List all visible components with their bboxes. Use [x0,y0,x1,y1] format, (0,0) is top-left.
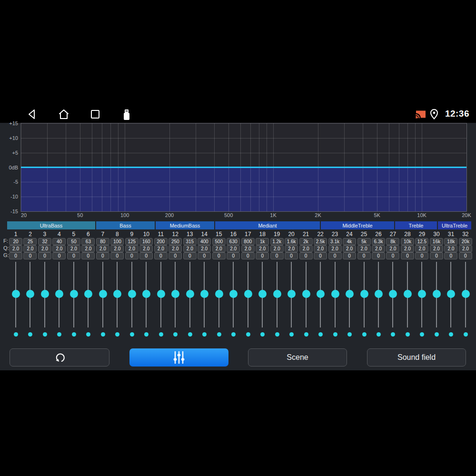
band-7-q-value[interactable]: 2.0 [96,245,109,252]
band-15-q-value[interactable]: 2.0 [212,245,226,252]
band-13-f-value[interactable]: 315 [183,238,197,245]
eq-button[interactable] [129,348,228,367]
band-30-g-value[interactable]: 0 [430,252,443,259]
band-1-g-value[interactable]: 0 [9,252,22,259]
band-13-q-value[interactable]: 2.0 [183,245,197,252]
band-9-g-value[interactable]: 0 [125,252,139,259]
band-31-f-value[interactable]: 18k [444,238,457,245]
band-25-slider-knob[interactable] [360,290,368,298]
band-27-q-value[interactable]: 2.0 [386,245,399,252]
band-17-slider-knob[interactable] [244,290,252,298]
band-6-f-value[interactable]: 63 [81,238,95,245]
band-26-q-value[interactable]: 2.0 [372,245,385,252]
band-8-g-value[interactable]: 0 [110,252,124,259]
band-31-g-value[interactable]: 0 [444,252,457,259]
recents-icon[interactable] [90,109,100,120]
band-20-f-value[interactable]: 1.6k [285,238,298,245]
band-30-f-value[interactable]: 16k [430,238,443,245]
band-18-g-value[interactable]: 0 [256,252,269,259]
band-2-q-value[interactable]: 2.0 [23,245,37,252]
band-4-slider-knob[interactable] [55,290,63,298]
band-28-g-value[interactable]: 0 [401,252,414,259]
band-9-q-value[interactable]: 2.0 [125,245,139,252]
band-21-f-value[interactable]: 2k [299,238,313,245]
band-19-f-value[interactable]: 1.2k [270,238,284,245]
band-3-f-value[interactable]: 32 [38,238,51,245]
band-1-slider-knob[interactable] [12,290,20,298]
band-7-f-value[interactable]: 80 [96,238,109,245]
band-4-g-value[interactable]: 0 [52,252,66,259]
band-8-slider-knob[interactable] [113,290,121,298]
band-29-slider-knob[interactable] [418,290,426,298]
band-15-slider-knob[interactable] [215,290,223,298]
band-3-q-value[interactable]: 2.0 [38,245,51,252]
band-1-f-value[interactable]: 20 [9,238,22,245]
band-27-f-value[interactable]: 8k [386,238,399,245]
band-12-g-value[interactable]: 0 [169,252,182,259]
band-11-q-value[interactable]: 2.0 [154,245,168,252]
band-29-f-value[interactable]: 12.5 [415,238,428,245]
back-icon[interactable] [27,109,37,120]
sound-field-button[interactable]: Sound field [367,348,466,367]
band-10-q-value[interactable]: 2.0 [139,245,153,252]
band-22-q-value[interactable]: 2.0 [314,245,327,252]
band-18-slider-knob[interactable] [258,290,267,298]
band-29-q-value[interactable]: 2.0 [415,245,428,252]
band-17-q-value[interactable]: 2.0 [241,245,255,252]
band-31-q-value[interactable]: 2.0 [444,245,457,252]
band-13-g-value[interactable]: 0 [183,252,197,259]
location-icon[interactable] [429,109,439,120]
band-10-f-value[interactable]: 160 [139,238,153,245]
band-27-g-value[interactable]: 0 [386,252,399,259]
band-1-q-value[interactable]: 2.0 [9,245,22,252]
band-28-q-value[interactable]: 2.0 [401,245,414,252]
band-30-q-value[interactable]: 2.0 [430,245,443,252]
band-11-f-value[interactable]: 200 [154,238,168,245]
band-24-g-value[interactable]: 0 [343,252,356,259]
band-27-slider-knob[interactable] [389,290,397,298]
band-6-g-value[interactable]: 0 [81,252,95,259]
band-23-g-value[interactable]: 0 [328,252,342,259]
band-18-f-value[interactable]: 1k [256,238,269,245]
band-32-q-value[interactable]: 2.0 [459,245,472,252]
band-2-g-value[interactable]: 0 [23,252,37,259]
band-10-g-value[interactable]: 0 [139,252,153,259]
band-4-f-value[interactable]: 40 [52,238,66,245]
band-23-q-value[interactable]: 2.0 [328,245,342,252]
band-14-slider-knob[interactable] [200,290,208,298]
band-26-f-value[interactable]: 6.3k [372,238,385,245]
band-32-f-value[interactable]: 20k [459,238,472,245]
band-7-g-value[interactable]: 0 [96,252,109,259]
band-6-slider-knob[interactable] [84,290,92,298]
scene-button[interactable]: Scene [248,348,347,367]
band-12-f-value[interactable]: 250 [169,238,182,245]
band-16-g-value[interactable]: 0 [227,252,240,259]
band-20-q-value[interactable]: 2.0 [285,245,298,252]
band-21-slider-knob[interactable] [302,290,310,298]
band-13-slider-knob[interactable] [186,290,194,298]
band-24-f-value[interactable]: 4k [343,238,356,245]
band-17-f-value[interactable]: 800 [241,238,255,245]
band-16-f-value[interactable]: 630 [227,238,240,245]
usb-icon[interactable] [122,109,131,121]
band-6-q-value[interactable]: 2.0 [81,245,95,252]
band-3-slider-knob[interactable] [41,290,49,298]
band-10-slider-knob[interactable] [142,290,150,298]
band-7-slider-knob[interactable] [99,290,107,298]
band-14-q-value[interactable]: 2.0 [198,245,211,252]
band-20-g-value[interactable]: 0 [285,252,298,259]
band-24-q-value[interactable]: 2.0 [343,245,356,252]
band-19-slider-knob[interactable] [273,290,281,298]
band-32-g-value[interactable]: 0 [459,252,472,259]
band-18-q-value[interactable]: 2.0 [256,245,269,252]
band-26-g-value[interactable]: 0 [372,252,385,259]
band-28-slider-knob[interactable] [404,290,412,298]
band-14-g-value[interactable]: 0 [198,252,211,259]
band-28-f-value[interactable]: 10k [401,238,414,245]
band-22-g-value[interactable]: 0 [314,252,327,259]
band-25-f-value[interactable]: 5k [357,238,371,245]
band-19-g-value[interactable]: 0 [270,252,284,259]
band-25-q-value[interactable]: 2.0 [357,245,371,252]
band-20-slider-knob[interactable] [288,290,296,298]
band-11-slider-knob[interactable] [157,290,165,298]
